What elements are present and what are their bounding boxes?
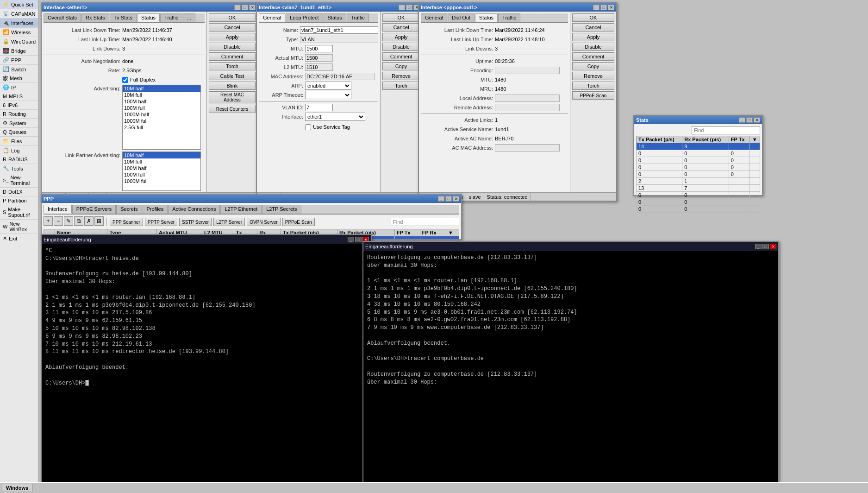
torch-col-fp-tx[interactable]: FP Tx xyxy=(729,136,749,143)
torch-col-more[interactable]: ▼ xyxy=(749,136,760,143)
tab-ppp-l2tp-eth[interactable]: L2TP Ethernet xyxy=(220,205,262,214)
pppoe-maximize-btn[interactable]: □ xyxy=(600,5,607,10)
ether1-reset-counters-btn[interactable]: Reset Counters xyxy=(209,105,256,113)
sidebar-item-radius[interactable]: R RADIUS xyxy=(0,155,38,164)
ether1-cancel-btn[interactable]: Cancel xyxy=(209,23,256,32)
full-duplex-checkbox[interactable] xyxy=(122,77,128,83)
tab-ppp-l2tp-secrets[interactable]: L2TP Secrets xyxy=(262,205,301,214)
sidebar-item-partition[interactable]: P Partition xyxy=(0,196,38,205)
ether1-torch-btn[interactable]: Torch xyxy=(209,62,256,70)
tab-ether1-tx[interactable]: Tx Stats xyxy=(110,13,137,22)
col-fp-rx[interactable]: FP Rx xyxy=(420,229,446,236)
tab-vlan-status[interactable]: Status xyxy=(324,13,346,22)
tab-pppoe-general[interactable]: General xyxy=(421,13,447,22)
tab-vlan-loopprotect[interactable]: Loop Protect xyxy=(286,13,323,22)
tab-ether1-more[interactable]: ... xyxy=(183,13,195,22)
adv-item-10m-full[interactable]: 10M full xyxy=(123,92,200,98)
torch-row[interactable]: 000 xyxy=(637,157,760,164)
sidebar-item-ip[interactable]: 🌐 IP xyxy=(0,83,38,92)
vlan-maximize-btn[interactable]: □ xyxy=(406,5,412,10)
vlan-torch-btn[interactable]: Torch xyxy=(382,82,420,90)
lp-item-100m-half[interactable]: 100M half xyxy=(123,165,200,171)
ppp-find-input[interactable] xyxy=(391,218,459,226)
vlan-apply-btn[interactable]: Apply xyxy=(382,33,420,41)
sidebar-item-queues[interactable]: Q Queues xyxy=(0,128,38,137)
ovpn-server-btn[interactable]: OVPN Server xyxy=(247,218,281,226)
torch-row[interactable]: 137 xyxy=(637,185,760,192)
sidebar-item-files[interactable]: 📁 Files xyxy=(0,137,38,146)
ppp-minimize-btn[interactable]: _ xyxy=(438,196,444,202)
pppoe-remove-btn[interactable]: Remove xyxy=(572,72,614,80)
ether1-close-btn[interactable]: ✕ xyxy=(249,5,256,10)
col-more[interactable]: ▼ xyxy=(446,229,459,236)
tab-ppp-profiles[interactable]: Profiles xyxy=(143,205,168,214)
pppoe-close-btn[interactable]: ✕ xyxy=(608,5,614,10)
l2tp-server-btn[interactable]: L2TP Server xyxy=(213,218,245,226)
pptp-server-btn[interactable]: PPTP Server xyxy=(145,218,177,226)
sidebar-item-switch[interactable]: 🔄 Switch xyxy=(0,65,38,74)
torch-maximize-btn[interactable]: □ xyxy=(746,117,753,123)
pppoe-disable-btn[interactable]: Disable xyxy=(572,43,614,51)
lp-item-10m-half[interactable]: 10M half xyxy=(123,152,200,158)
tab-pppoe-dialout[interactable]: Dial Out xyxy=(448,13,475,22)
sidebar-item-terminal[interactable]: >_ New Terminal xyxy=(0,173,38,188)
sstp-server-btn[interactable]: SSTP Server xyxy=(179,218,212,226)
ppp-close-btn[interactable]: ✕ xyxy=(453,196,459,202)
torch-find-input[interactable] xyxy=(692,126,760,134)
sidebar-item-wireless[interactable]: 📶 Wireless xyxy=(0,28,38,37)
adv-item-2g5-full[interactable]: 2.5G full xyxy=(123,124,200,131)
torch-col-tx-pkt[interactable]: Tx Packet (p/s) xyxy=(637,136,682,143)
torch-row[interactable]: 000 xyxy=(637,171,760,178)
ppp-add-btn[interactable]: + xyxy=(44,216,53,226)
vlan-ok-btn[interactable]: OK xyxy=(382,13,420,22)
tab-vlan-traffic[interactable]: Traffic xyxy=(347,13,369,22)
pppoe-cancel-btn[interactable]: Cancel xyxy=(572,23,614,32)
cmd2-body[interactable]: Routenverfolgung zu computerbase.de [212… xyxy=(363,251,778,490)
ether1-comment-btn[interactable]: Comment xyxy=(209,52,256,61)
pppoe-apply-btn[interactable]: Apply xyxy=(572,33,614,41)
sidebar-item-mpls[interactable]: M MPLS xyxy=(0,92,38,101)
sidebar-item-tools[interactable]: 🔧 Tools xyxy=(0,164,38,173)
torch-row[interactable]: 21 xyxy=(637,178,760,185)
pppoe-copy-btn[interactable]: Copy xyxy=(572,62,614,70)
torch-row[interactable]: 000 xyxy=(637,164,760,171)
vlan-select-arp[interactable]: enabled xyxy=(305,82,351,90)
sidebar-item-mesh[interactable]: 🕸 Mesh xyxy=(0,74,38,83)
sidebar-item-capsman[interactable]: 📡 CAPsMAN xyxy=(0,9,38,19)
vlan-input-name[interactable] xyxy=(300,26,378,34)
pppoe-scan-ppp-btn[interactable]: PPPoE Scan xyxy=(282,218,315,226)
ppp-delete-btn[interactable]: − xyxy=(54,216,63,226)
sidebar-item-winbox[interactable]: W New WinBox xyxy=(0,220,38,234)
tab-ppp-interface[interactable]: Interface xyxy=(44,205,72,214)
pppoe-torch-btn[interactable]: Torch xyxy=(572,82,614,90)
taskbar-windows-btn[interactable]: Windows xyxy=(2,484,32,492)
sidebar-item-supout[interactable]: S Make Supout.rif xyxy=(0,205,38,220)
sidebar-item-quickset[interactable]: ⚡ Quick Set xyxy=(0,0,38,9)
vlan-select-arp-timeout[interactable] xyxy=(305,91,351,99)
vlan-comment-btn[interactable]: Comment xyxy=(382,52,420,61)
lp-item-10m-full[interactable]: 10M full xyxy=(123,158,200,165)
tab-ppp-secrets[interactable]: Secrets xyxy=(116,205,142,214)
cmd1-body[interactable]: ^CC:\Users\DH>tracert heise.de Routenver… xyxy=(42,244,371,486)
cmd2-close-btn[interactable]: ✕ xyxy=(770,244,776,249)
sidebar-item-ipv6[interactable]: 6 IPv6 xyxy=(0,101,38,110)
tab-ether1-status[interactable]: Status xyxy=(137,13,160,22)
ppp-copy-btn[interactable]: ⧉ xyxy=(74,216,83,226)
ppp-filter-btn[interactable]: ⊞ xyxy=(94,216,104,226)
adv-item-10m-half[interactable]: 10M half xyxy=(123,85,200,92)
cmd1-maximize-btn[interactable]: □ xyxy=(355,237,362,242)
tab-pppoe-traffic[interactable]: Traffic xyxy=(498,13,520,22)
ppp-edit-btn[interactable]: ✎ xyxy=(64,216,73,226)
ether1-ok-btn[interactable]: OK xyxy=(209,13,256,22)
adv-item-1000m-full[interactable]: 1000M full xyxy=(123,118,200,124)
torch-close-btn[interactable]: ✕ xyxy=(754,117,760,123)
cmd2-maximize-btn[interactable]: □ xyxy=(762,244,769,249)
sidebar-item-interfaces[interactable]: 🔌 Interfaces xyxy=(0,19,38,28)
adv-item-100m-half[interactable]: 100M half xyxy=(123,98,200,105)
lp-item-100m-full[interactable]: 100M full xyxy=(123,171,200,178)
use-service-tag-checkbox[interactable] xyxy=(305,124,311,130)
adv-item-100m-full[interactable]: 100M full xyxy=(123,105,200,111)
sidebar-item-dot1x[interactable]: D Dot1X xyxy=(0,188,38,196)
ppp-scanner-btn[interactable]: PPP Scanner xyxy=(110,218,143,226)
advertising-list[interactable]: 10M half 10M full 100M half 100M full 10… xyxy=(122,85,201,150)
